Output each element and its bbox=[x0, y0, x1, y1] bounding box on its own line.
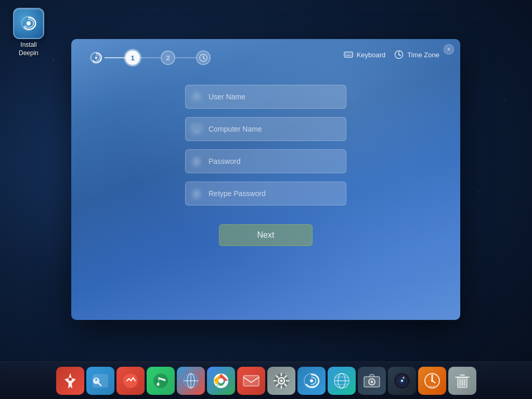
svg-point-54 bbox=[370, 380, 373, 383]
svg-point-58 bbox=[401, 380, 403, 382]
username-group bbox=[185, 85, 346, 109]
timezone-icon bbox=[394, 49, 404, 60]
form-area: Next bbox=[71, 74, 460, 262]
svg-rect-10 bbox=[349, 54, 350, 55]
password-input[interactable] bbox=[185, 149, 346, 173]
browser-app-icon bbox=[180, 370, 202, 392]
svg-text:16:56: 16:56 bbox=[429, 385, 435, 388]
globe-app-icon bbox=[331, 370, 353, 392]
synaptic-app-icon bbox=[120, 370, 141, 392]
dock-item-trash[interactable] bbox=[448, 367, 476, 395]
next-button[interactable]: Next bbox=[219, 224, 313, 246]
timezone-button[interactable]: Time Zone bbox=[394, 49, 439, 60]
dialog-title-bar: 1 2 bbox=[71, 39, 460, 74]
camera-app-icon bbox=[361, 370, 383, 392]
svg-rect-11 bbox=[351, 54, 352, 55]
svg-point-3 bbox=[95, 57, 97, 59]
finder-app-icon bbox=[89, 370, 111, 392]
step-clock-circle bbox=[196, 50, 211, 65]
svg-rect-9 bbox=[347, 54, 348, 55]
svg-point-63 bbox=[431, 380, 433, 382]
dock-item-synaptic[interactable] bbox=[116, 367, 145, 395]
keyboard-icon bbox=[343, 49, 354, 60]
dock-item-globe[interactable] bbox=[328, 367, 356, 395]
deepin-app-icon bbox=[301, 370, 322, 392]
svg-point-59 bbox=[403, 377, 405, 379]
music-app-icon bbox=[150, 370, 172, 392]
dock-item-rocket[interactable] bbox=[56, 367, 84, 395]
step-logo bbox=[88, 49, 105, 66]
deepin-swirl-icon bbox=[19, 14, 38, 33]
svg-rect-14 bbox=[351, 55, 352, 56]
keyboard-button[interactable]: Keyboard bbox=[343, 49, 386, 60]
progress-steps: 1 2 bbox=[80, 45, 219, 70]
svg-point-42 bbox=[218, 378, 224, 383]
svg-point-34 bbox=[157, 383, 159, 385]
computername-group bbox=[185, 117, 346, 141]
dock-item-music[interactable] bbox=[147, 367, 175, 395]
chrome-app-icon bbox=[210, 370, 232, 392]
install-deepin-icon-image bbox=[13, 8, 44, 39]
mail-app-icon bbox=[240, 370, 262, 392]
clock-app-icon: 16:56 bbox=[421, 370, 443, 392]
close-button[interactable]: × bbox=[444, 44, 454, 55]
computername-input[interactable] bbox=[185, 117, 346, 141]
svg-rect-8 bbox=[345, 54, 346, 55]
taskbar: 16:56 bbox=[0, 362, 532, 399]
keyboard-label: Keyboard bbox=[357, 51, 386, 59]
step-1-circle: 1 bbox=[125, 50, 140, 65]
svg-point-1 bbox=[27, 22, 30, 25]
svg-point-48 bbox=[310, 379, 313, 382]
desktop-icon-install-deepin[interactable]: Install Deepin bbox=[8, 8, 49, 57]
svg-point-27 bbox=[69, 378, 72, 381]
svg-rect-7 bbox=[344, 52, 353, 57]
step-line-2 bbox=[140, 57, 161, 58]
install-deepin-label: Install Deepin bbox=[19, 41, 38, 57]
timezone-label: Time Zone bbox=[407, 51, 439, 59]
dock-item-chrome[interactable] bbox=[207, 367, 235, 395]
right-controls: Keyboard Time Zone bbox=[343, 49, 439, 60]
svg-point-30 bbox=[95, 379, 97, 381]
rocket-app-icon bbox=[59, 370, 81, 392]
retype-password-group bbox=[185, 182, 346, 205]
dock-item-settings[interactable] bbox=[267, 367, 295, 395]
install-dialog: 1 2 bbox=[71, 39, 460, 320]
svg-line-6 bbox=[203, 58, 205, 59]
dock-item-browser[interactable] bbox=[177, 367, 205, 395]
password-group bbox=[185, 149, 346, 173]
step-line-1 bbox=[105, 57, 125, 58]
svg-rect-12 bbox=[345, 55, 346, 56]
step-line-3 bbox=[175, 57, 196, 58]
svg-point-33 bbox=[153, 374, 168, 388]
dock-item-deepin[interactable] bbox=[297, 367, 326, 395]
username-input[interactable] bbox=[185, 85, 346, 109]
deepin-logo-icon bbox=[89, 51, 103, 65]
dock-item-clock[interactable]: 16:56 bbox=[418, 367, 446, 395]
vinyl-app-icon bbox=[391, 370, 413, 392]
svg-rect-13 bbox=[346, 55, 350, 56]
svg-point-46 bbox=[280, 379, 282, 382]
trash-app-icon bbox=[451, 370, 473, 392]
dock-item-mail[interactable] bbox=[237, 367, 265, 395]
retype-password-input[interactable] bbox=[185, 182, 346, 205]
clock-icon bbox=[199, 53, 208, 62]
svg-point-18 bbox=[398, 54, 399, 55]
dock-item-vinyl[interactable] bbox=[388, 367, 416, 395]
dock-item-camera[interactable] bbox=[358, 367, 386, 395]
settings-app-icon bbox=[270, 370, 292, 392]
step-2-circle: 2 bbox=[161, 50, 175, 65]
dock-item-finder[interactable] bbox=[86, 367, 114, 395]
svg-rect-43 bbox=[243, 376, 259, 386]
